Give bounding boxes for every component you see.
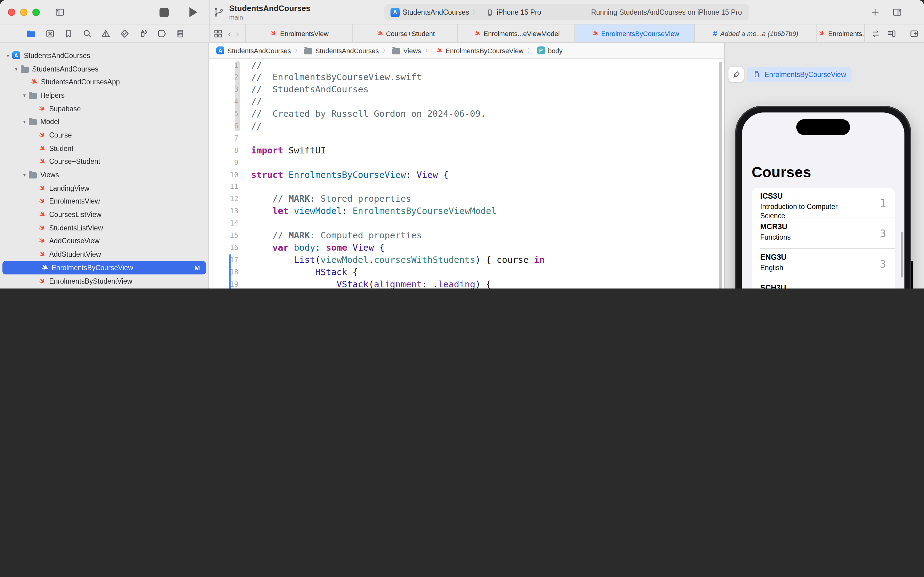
tree-row[interactable]: StudentsListView bbox=[0, 221, 208, 234]
disclosure-triangle-icon[interactable]: ▾ bbox=[5, 53, 11, 59]
search-icon bbox=[82, 28, 92, 38]
tree-row[interactable]: ▾ Views bbox=[0, 168, 208, 181]
course-row[interactable]: ICS3U Introduction to Computer Science 1 bbox=[752, 188, 895, 218]
swift-file-icon bbox=[37, 131, 45, 139]
tree-row[interactable]: Course bbox=[0, 128, 208, 142]
navigator-source-control[interactable] bbox=[45, 28, 55, 38]
breadcrumb-item[interactable]: StudentsAndCourses bbox=[304, 47, 379, 54]
minimize-window-button[interactable] bbox=[20, 8, 27, 16]
tree-row-label: Views bbox=[40, 171, 59, 179]
dynamic-island bbox=[796, 119, 850, 135]
tree-row[interactable]: LandingView bbox=[0, 182, 208, 195]
close-window-button[interactable] bbox=[8, 8, 15, 16]
split-editor-icon[interactable] bbox=[910, 28, 919, 38]
source-control-status-badge: M bbox=[195, 264, 200, 271]
navigator-debug[interactable] bbox=[138, 28, 148, 38]
iphone-side-button bbox=[911, 261, 913, 288]
disclosure-triangle-icon[interactable]: ▾ bbox=[21, 119, 27, 125]
tree-row[interactable]: ▾ StudentsAndCourses bbox=[0, 62, 208, 75]
ios-scroll-indicator bbox=[900, 232, 903, 277]
tree-row-label: Supabase bbox=[49, 105, 81, 112]
tab-tools: ‹ › bbox=[209, 24, 246, 42]
zoom-window-button[interactable] bbox=[32, 8, 40, 16]
tree-row[interactable]: Supabase bbox=[0, 102, 208, 115]
run-destination[interactable]: iPhone 15 Pro bbox=[484, 4, 547, 20]
course-row[interactable]: SCH3U Chemistry 1 bbox=[752, 279, 895, 288]
editor-tab[interactable]: EnrolmentsView bbox=[246, 24, 353, 42]
swift-file-icon bbox=[37, 224, 45, 232]
course-code: SCH3U bbox=[760, 284, 786, 288]
editor-tab[interactable]: #Added a mo...a (1b6b7b9) bbox=[695, 24, 817, 42]
pin-preview-button[interactable] bbox=[728, 67, 744, 82]
swift-file-icon bbox=[37, 277, 45, 285]
preview-canvas: EnrolmentsByCourseView Courses ICS3U Int… bbox=[724, 43, 924, 288]
tree-row[interactable]: AddStudentView bbox=[0, 248, 208, 261]
editor-tab[interactable]: EnrolmentsByCourseView bbox=[575, 24, 695, 42]
navigator-reports[interactable] bbox=[175, 28, 185, 38]
tree-row-label: StudentsAndCourses bbox=[24, 52, 90, 59]
breadcrumb-item[interactable]: EnrolmentsByCourseView bbox=[435, 47, 523, 55]
app-icon: A bbox=[12, 52, 20, 60]
git-branch-icon bbox=[214, 7, 224, 17]
code-line: 17 List(viewModel.coursesWithStudents) {… bbox=[209, 254, 724, 266]
tree-row[interactable]: Student bbox=[0, 142, 208, 155]
sidebar-left-icon bbox=[55, 7, 65, 17]
toggle-right-inspector-button[interactable] bbox=[891, 6, 903, 18]
scheme-target[interactable]: A StudentsAndCourses 〉 bbox=[385, 4, 484, 20]
toolbar-divider bbox=[209, 0, 209, 24]
breadcrumb-item[interactable]: AStudentsAndCourses bbox=[216, 47, 291, 55]
stop-button[interactable] bbox=[158, 6, 170, 18]
git-branch-label: main bbox=[229, 13, 243, 21]
navigation-title: Courses bbox=[752, 164, 811, 181]
pin-icon bbox=[732, 70, 740, 79]
navigator-bookmarks[interactable] bbox=[64, 28, 73, 38]
disclosure-triangle-icon[interactable]: ▾ bbox=[21, 92, 27, 98]
run-button[interactable] bbox=[187, 6, 199, 18]
code-text: var body: some View { bbox=[251, 242, 385, 254]
tree-row[interactable]: ▾ Model bbox=[0, 115, 208, 128]
course-row[interactable]: ENG3U English 3 bbox=[752, 249, 895, 279]
swift-file-icon bbox=[37, 210, 45, 219]
tree-row-label: Course+Student bbox=[49, 158, 100, 165]
breadcrumb-item[interactable]: Views bbox=[392, 47, 421, 54]
tree-row[interactable]: AddCourseView bbox=[0, 234, 208, 248]
go-back-button[interactable]: ‹ bbox=[228, 29, 231, 38]
course-row[interactable]: MCR3U Functions 3 bbox=[752, 218, 895, 249]
tree-row[interactable]: EnrolmentsByCourseView M bbox=[2, 261, 206, 274]
breadcrumb-label: StudentsAndCourses bbox=[316, 47, 379, 54]
source-editor[interactable]: 1//2// EnrolmentsByCourseView.swift3// S… bbox=[209, 59, 724, 288]
editor-tab[interactable]: Course+Student bbox=[353, 24, 458, 42]
navigator-project[interactable] bbox=[26, 28, 36, 38]
navigator-breakpoints[interactable] bbox=[157, 28, 167, 38]
tree-row[interactable]: StudentsAndCoursesApp bbox=[0, 76, 208, 89]
tree-row[interactable]: ▾ ViewModels bbox=[0, 288, 208, 288]
minimap-options-icon[interactable] bbox=[887, 28, 897, 38]
code-review-icon[interactable] bbox=[871, 28, 881, 38]
toggle-left-sidebar-button[interactable] bbox=[54, 6, 66, 18]
tree-row[interactable]: ▾ A StudentsAndCourses bbox=[0, 49, 208, 62]
swift-file-icon bbox=[435, 47, 443, 55]
tree-row[interactable]: CoursesListView bbox=[0, 208, 208, 221]
editor-tab[interactable]: Enrolments...eViewModel bbox=[458, 24, 575, 42]
tree-row[interactable]: ▾ Helpers bbox=[0, 89, 208, 102]
code-line: 12 // MARK: Stored properties bbox=[209, 193, 724, 206]
tab-overview-icon[interactable] bbox=[213, 28, 223, 38]
go-forward-button[interactable]: › bbox=[236, 29, 239, 38]
navigator-issues[interactable] bbox=[101, 28, 111, 38]
tree-row[interactable]: Course+Student bbox=[0, 155, 208, 168]
disclosure-triangle-icon[interactable]: ▾ bbox=[21, 172, 27, 178]
breadcrumb-item[interactable]: Pbody bbox=[537, 47, 563, 55]
preview-tag[interactable]: EnrolmentsByCourseView bbox=[747, 67, 852, 82]
navigator-tests[interactable] bbox=[119, 28, 129, 38]
disclosure-triangle-icon[interactable]: ▾ bbox=[13, 66, 19, 72]
add-editor-tab-button[interactable] bbox=[869, 6, 881, 18]
line-number: 10 bbox=[209, 169, 238, 181]
report-list-icon bbox=[175, 28, 185, 38]
editor-scrollbar[interactable] bbox=[719, 62, 722, 288]
tree-row[interactable]: EnrolmentsView bbox=[0, 195, 208, 208]
navigator-find[interactable] bbox=[82, 28, 92, 38]
editor-tab[interactable]: Enrolments. bbox=[817, 24, 865, 42]
folder-icon bbox=[21, 66, 28, 73]
courses-list: ICS3U Introduction to Computer Science 1… bbox=[752, 188, 895, 288]
tree-row[interactable]: EnrolmentsByStudentView bbox=[0, 274, 208, 287]
